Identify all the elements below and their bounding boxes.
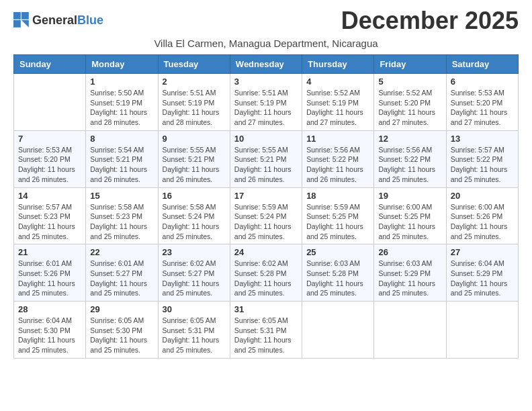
day-info: Sunrise: 5:52 AM Sunset: 5:20 PM Dayligh… bbox=[378, 88, 441, 128]
day-number: 30 bbox=[163, 304, 226, 314]
calendar-cell: 2Sunrise: 5:51 AM Sunset: 5:19 PM Daylig… bbox=[158, 74, 230, 131]
day-info: Sunrise: 6:03 AM Sunset: 5:29 PM Dayligh… bbox=[378, 259, 441, 298]
page-header: GeneralBlue December 2025 bbox=[13, 7, 519, 35]
calendar-cell: 21Sunrise: 6:01 AM Sunset: 5:26 PM Dayli… bbox=[14, 244, 86, 302]
calendar-cell: 14Sunrise: 5:57 AM Sunset: 5:23 PM Dayli… bbox=[14, 187, 86, 244]
calendar-cell: 25Sunrise: 6:03 AM Sunset: 5:28 PM Dayli… bbox=[302, 244, 374, 302]
day-number: 24 bbox=[234, 247, 298, 257]
calendar-table: SundayMondayTuesdayWednesdayThursdayFrid… bbox=[13, 54, 519, 359]
day-number: 8 bbox=[90, 134, 153, 144]
calendar-cell: 8Sunrise: 5:54 AM Sunset: 5:21 PM Daylig… bbox=[86, 130, 158, 187]
day-info: Sunrise: 6:01 AM Sunset: 5:27 PM Dayligh… bbox=[90, 259, 153, 298]
day-info: Sunrise: 5:59 AM Sunset: 5:24 PM Dayligh… bbox=[234, 202, 298, 242]
weekday-header-monday: Monday bbox=[86, 55, 158, 74]
day-number: 27 bbox=[451, 247, 514, 257]
day-info: Sunrise: 5:57 AM Sunset: 5:22 PM Dayligh… bbox=[451, 145, 514, 185]
calendar-cell: 17Sunrise: 5:59 AM Sunset: 5:24 PM Dayli… bbox=[230, 187, 302, 244]
calendar-cell: 6Sunrise: 5:53 AM Sunset: 5:20 PM Daylig… bbox=[446, 74, 518, 131]
day-info: Sunrise: 5:55 AM Sunset: 5:21 PM Dayligh… bbox=[234, 145, 298, 185]
day-info: Sunrise: 6:04 AM Sunset: 5:30 PM Dayligh… bbox=[18, 316, 81, 355]
calendar-cell bbox=[446, 302, 518, 359]
calendar-cell: 12Sunrise: 5:56 AM Sunset: 5:22 PM Dayli… bbox=[374, 130, 446, 187]
calendar-cell: 27Sunrise: 6:04 AM Sunset: 5:29 PM Dayli… bbox=[446, 244, 518, 302]
calendar-cell: 23Sunrise: 6:02 AM Sunset: 5:27 PM Dayli… bbox=[158, 244, 230, 302]
day-info: Sunrise: 5:52 AM Sunset: 5:19 PM Dayligh… bbox=[306, 88, 369, 128]
day-info: Sunrise: 5:53 AM Sunset: 5:20 PM Dayligh… bbox=[451, 88, 514, 128]
day-number: 14 bbox=[18, 191, 81, 201]
day-number: 6 bbox=[451, 77, 514, 87]
weekday-header-sunday: Sunday bbox=[14, 55, 86, 74]
day-number: 28 bbox=[18, 304, 81, 314]
calendar-cell: 22Sunrise: 6:01 AM Sunset: 5:27 PM Dayli… bbox=[86, 244, 158, 302]
logo: GeneralBlue bbox=[13, 12, 103, 28]
month-title: December 2025 bbox=[341, 7, 519, 35]
day-number: 26 bbox=[378, 247, 441, 257]
calendar-cell: 7Sunrise: 5:53 AM Sunset: 5:20 PM Daylig… bbox=[14, 130, 86, 187]
logo-text-general: General bbox=[32, 13, 77, 27]
day-info: Sunrise: 6:04 AM Sunset: 5:29 PM Dayligh… bbox=[451, 259, 514, 298]
calendar-cell: 20Sunrise: 6:00 AM Sunset: 5:26 PM Dayli… bbox=[446, 187, 518, 244]
day-info: Sunrise: 5:51 AM Sunset: 5:19 PM Dayligh… bbox=[234, 88, 298, 128]
day-number: 2 bbox=[163, 77, 226, 87]
day-info: Sunrise: 5:54 AM Sunset: 5:21 PM Dayligh… bbox=[90, 145, 153, 185]
calendar-cell: 31Sunrise: 6:05 AM Sunset: 5:31 PM Dayli… bbox=[230, 302, 302, 359]
day-number: 3 bbox=[234, 77, 298, 87]
svg-marker-3 bbox=[21, 20, 29, 28]
calendar-cell: 16Sunrise: 5:58 AM Sunset: 5:24 PM Dayli… bbox=[158, 187, 230, 244]
day-number: 13 bbox=[451, 134, 514, 144]
day-number: 11 bbox=[306, 134, 369, 144]
logo-text-blue: Blue bbox=[77, 13, 103, 27]
day-number: 16 bbox=[163, 191, 226, 201]
day-number: 5 bbox=[378, 77, 441, 87]
day-number: 10 bbox=[234, 134, 298, 144]
day-number: 17 bbox=[234, 191, 298, 201]
day-info: Sunrise: 6:00 AM Sunset: 5:26 PM Dayligh… bbox=[451, 202, 514, 242]
calendar-cell: 24Sunrise: 6:02 AM Sunset: 5:28 PM Dayli… bbox=[230, 244, 302, 302]
svg-rect-2 bbox=[13, 20, 21, 28]
day-info: Sunrise: 6:02 AM Sunset: 5:27 PM Dayligh… bbox=[163, 259, 226, 298]
calendar-cell: 13Sunrise: 5:57 AM Sunset: 5:22 PM Dayli… bbox=[446, 130, 518, 187]
day-number: 25 bbox=[306, 247, 369, 257]
calendar-cell: 30Sunrise: 6:05 AM Sunset: 5:31 PM Dayli… bbox=[158, 302, 230, 359]
calendar-cell: 28Sunrise: 6:04 AM Sunset: 5:30 PM Dayli… bbox=[14, 302, 86, 359]
day-number: 15 bbox=[90, 191, 153, 201]
day-info: Sunrise: 5:58 AM Sunset: 5:24 PM Dayligh… bbox=[163, 202, 226, 242]
calendar-cell bbox=[14, 74, 86, 131]
day-info: Sunrise: 5:51 AM Sunset: 5:19 PM Dayligh… bbox=[163, 88, 226, 128]
day-info: Sunrise: 5:55 AM Sunset: 5:21 PM Dayligh… bbox=[163, 145, 226, 185]
calendar-cell: 26Sunrise: 6:03 AM Sunset: 5:29 PM Dayli… bbox=[374, 244, 446, 302]
svg-rect-0 bbox=[13, 12, 21, 19]
day-number: 1 bbox=[90, 77, 153, 87]
calendar-cell: 5Sunrise: 5:52 AM Sunset: 5:20 PM Daylig… bbox=[374, 74, 446, 131]
day-number: 19 bbox=[378, 191, 441, 201]
day-number: 9 bbox=[163, 134, 226, 144]
weekday-header-thursday: Thursday bbox=[302, 55, 374, 74]
calendar-cell: 15Sunrise: 5:58 AM Sunset: 5:23 PM Dayli… bbox=[86, 187, 158, 244]
logo-icon bbox=[13, 12, 30, 28]
day-info: Sunrise: 6:02 AM Sunset: 5:28 PM Dayligh… bbox=[234, 259, 298, 298]
svg-rect-1 bbox=[21, 12, 29, 19]
day-info: Sunrise: 6:01 AM Sunset: 5:26 PM Dayligh… bbox=[18, 259, 81, 298]
calendar-cell: 4Sunrise: 5:52 AM Sunset: 5:19 PM Daylig… bbox=[302, 74, 374, 131]
calendar-cell: 9Sunrise: 5:55 AM Sunset: 5:21 PM Daylig… bbox=[158, 130, 230, 187]
calendar-cell: 11Sunrise: 5:56 AM Sunset: 5:22 PM Dayli… bbox=[302, 130, 374, 187]
weekday-header-tuesday: Tuesday bbox=[158, 55, 230, 74]
day-info: Sunrise: 5:50 AM Sunset: 5:19 PM Dayligh… bbox=[90, 88, 153, 128]
day-info: Sunrise: 6:05 AM Sunset: 5:31 PM Dayligh… bbox=[163, 316, 226, 355]
day-info: Sunrise: 6:05 AM Sunset: 5:30 PM Dayligh… bbox=[90, 316, 153, 355]
calendar-cell: 29Sunrise: 6:05 AM Sunset: 5:30 PM Dayli… bbox=[86, 302, 158, 359]
calendar-cell bbox=[374, 302, 446, 359]
calendar-cell: 19Sunrise: 6:00 AM Sunset: 5:25 PM Dayli… bbox=[374, 187, 446, 244]
weekday-header-wednesday: Wednesday bbox=[230, 55, 302, 74]
day-info: Sunrise: 5:57 AM Sunset: 5:23 PM Dayligh… bbox=[18, 202, 81, 242]
day-number: 21 bbox=[18, 247, 81, 257]
calendar-cell bbox=[302, 302, 374, 359]
calendar-cell: 3Sunrise: 5:51 AM Sunset: 5:19 PM Daylig… bbox=[230, 74, 302, 131]
day-number: 12 bbox=[378, 134, 441, 144]
calendar-cell: 18Sunrise: 5:59 AM Sunset: 5:25 PM Dayli… bbox=[302, 187, 374, 244]
day-info: Sunrise: 5:58 AM Sunset: 5:23 PM Dayligh… bbox=[90, 202, 153, 242]
day-info: Sunrise: 5:56 AM Sunset: 5:22 PM Dayligh… bbox=[378, 145, 441, 185]
day-number: 23 bbox=[163, 247, 226, 257]
weekday-header-saturday: Saturday bbox=[446, 55, 518, 74]
day-number: 29 bbox=[90, 304, 153, 314]
